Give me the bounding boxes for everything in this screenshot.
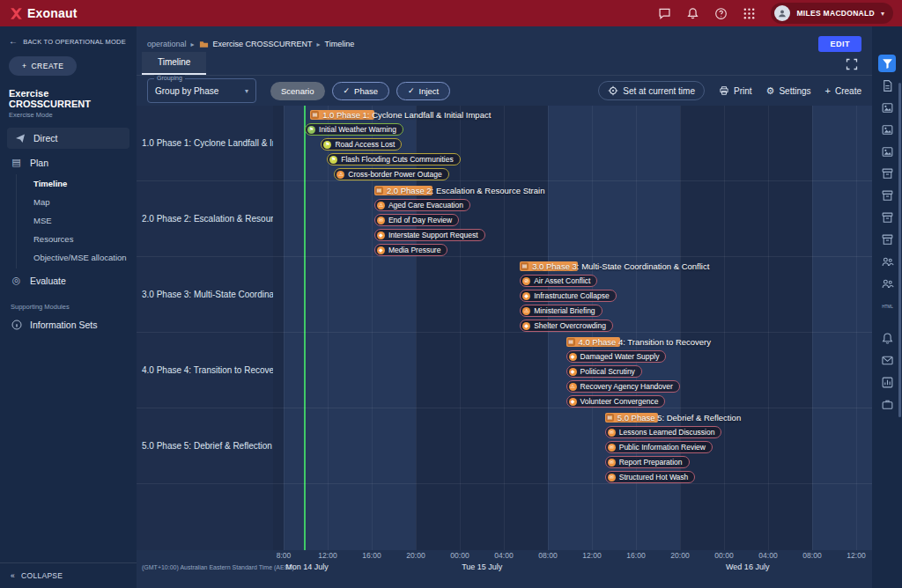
fullscreen-icon[interactable]	[846, 58, 858, 70]
info-icon	[11, 320, 22, 330]
chip-scenario[interactable]: Scenario	[270, 82, 325, 100]
inbox-icon[interactable]	[878, 231, 896, 248]
plan-icon: ▤	[11, 157, 22, 168]
inject-pill[interactable]: ✉End of Day Review	[374, 214, 459, 226]
chip-label: Phase	[354, 86, 378, 96]
axis-tick-label: 08:00	[538, 551, 557, 560]
filter-icon[interactable]	[878, 55, 896, 72]
main-content: operational ▸ Exercise CROSSCURRENT ▸ Ti…	[137, 26, 872, 588]
create-label: CREATE	[31, 62, 63, 70]
inject-label: Lessons Learned Discussion	[619, 428, 715, 437]
inject-pill[interactable]: ◆Political Scrutiny	[566, 365, 642, 378]
inject-label: Initial Weather Warning	[319, 125, 396, 134]
inject-pill[interactable]: ◆Interstate Support Request	[374, 229, 485, 241]
inject-label: End of Day Review	[388, 216, 452, 224]
edit-button[interactable]: EDIT	[818, 36, 861, 52]
inject-pill[interactable]: ◆Damaged Water Supply	[566, 350, 667, 363]
sidebar-item-timeline[interactable]: Timeline	[17, 174, 137, 193]
grouping-select[interactable]: Grouping Group by Phase ▾	[147, 78, 256, 103]
flag-icon: ⚑	[329, 156, 337, 164]
html-icon[interactable]: HTML	[878, 297, 896, 314]
sidebar-item-map[interactable]: Map	[17, 193, 137, 211]
collapse-sidebar-button[interactable]: « COLLAPSE	[0, 562, 137, 588]
inject-label: Recovery Agency Handover	[580, 382, 673, 391]
tab-timeline[interactable]: Timeline	[142, 52, 206, 75]
breadcrumb-exercise[interactable]: Exercise CROSSCURRENT	[213, 40, 313, 48]
back-label: BACK TO OPERATIONAL MODE	[23, 38, 126, 46]
back-arrow-icon: ←	[9, 37, 18, 46]
sidebar-item-resources[interactable]: Resources	[17, 230, 137, 248]
supporting-modules-label: Supporting Modules	[0, 292, 137, 313]
breadcrumb-separator: ▸	[317, 40, 321, 48]
warning-icon: ⚠	[336, 171, 344, 179]
inject-pill[interactable]: ◆Volunteer Convergence	[566, 395, 666, 408]
set-at-current-time-button[interactable]: Set at current time	[598, 81, 705, 100]
inbox-icon[interactable]	[878, 165, 896, 182]
wallpaper-icon[interactable]	[878, 99, 896, 116]
settings-button[interactable]: ⚙ Settings	[766, 86, 811, 96]
inject-label: Air Asset Conflict	[534, 276, 590, 285]
inject-pill[interactable]: ◆Infrastructure Collapse	[520, 290, 617, 302]
inject-pill[interactable]: ✉Structured Hot Wash	[605, 471, 696, 483]
inject-label: Cross-border Power Outage	[348, 170, 441, 179]
inject-pill[interactable]: ⊘Air Asset Conflict	[520, 275, 597, 287]
inject-pill[interactable]: ⚠Aged Care Evacuation	[374, 199, 470, 211]
sidebar-item-label: Evaluate	[30, 276, 66, 286]
sidebar-item-information-sets[interactable]: Information Sets	[0, 313, 137, 336]
inbox-icon[interactable]	[878, 209, 896, 226]
chip-phase[interactable]: ✓Phase	[332, 82, 389, 100]
inject-pill[interactable]: ◆Shelter Overcrowding	[520, 320, 613, 332]
exercise-title: Exercise CROSSCURRENT	[0, 77, 137, 109]
back-to-operational-mode[interactable]: ← BACK TO OPERATIONAL MODE	[0, 26, 137, 48]
groups-icon[interactable]	[878, 275, 896, 292]
create-button[interactable]: + CREATE	[9, 56, 77, 76]
day-axis: (GMT+10:00) Australian Eastern Standard …	[137, 562, 872, 575]
breadcrumb-operational[interactable]: operational	[147, 40, 187, 48]
inject-label: Flash Flooding Cuts Communities	[341, 155, 454, 164]
inject-pill[interactable]: ⚑Initial Weather Warning	[305, 123, 403, 136]
work-icon[interactable]	[878, 395, 896, 413]
create-inject-button[interactable]: + Create	[825, 86, 861, 96]
chat-icon[interactable]	[658, 7, 671, 20]
wallpaper-icon[interactable]	[878, 143, 896, 160]
timeline-group-row: ▤2.0 Phase 2: Escalation & Resource Stra…	[273, 181, 872, 257]
inject-pill[interactable]: ✉Public Information Review	[605, 441, 713, 453]
inject-label: Shelter Overcrowding	[534, 321, 606, 330]
diamond-icon: ◆	[522, 322, 530, 330]
notifications-icon[interactable]	[878, 329, 896, 347]
groups-icon[interactable]	[878, 253, 896, 270]
mail-icon: ✉	[608, 459, 616, 467]
inject-pill[interactable]: ⚠Cross-border Power Outage	[334, 168, 448, 180]
chip-label: Scenario	[281, 86, 314, 96]
sidebar-item-direct[interactable]: Direct	[7, 128, 129, 149]
breadcrumb-timeline: Timeline	[325, 40, 355, 48]
mail-icon: ✉	[377, 217, 385, 224]
poll-icon[interactable]	[878, 373, 896, 391]
inject-pill[interactable]: ⚠Recovery Agency Handover	[566, 380, 680, 393]
warning-icon: ⚠	[522, 307, 530, 315]
bell-icon[interactable]	[686, 7, 699, 20]
inject-pill[interactable]: ✉Report Preparation	[605, 456, 690, 468]
inbox-icon[interactable]	[878, 187, 896, 204]
mail-icon[interactable]	[878, 351, 896, 369]
inject-pill[interactable]: ⚑Road Access Lost	[321, 138, 402, 151]
rail-scrollbar[interactable]	[898, 83, 901, 417]
check-icon: ✓	[344, 86, 351, 95]
inject-pill[interactable]: ⚑Flash Flooding Cuts Communities	[327, 153, 461, 165]
sidebar-item-evaluate[interactable]: ◎ Evaluate	[0, 268, 137, 292]
wallpaper-icon[interactable]	[878, 121, 896, 138]
inject-pill[interactable]: ⚠Ministerial Briefing	[520, 305, 602, 317]
help-icon[interactable]	[714, 7, 728, 20]
user-menu[interactable]: MILES MACDONALD ▾	[771, 3, 893, 24]
inject-pill[interactable]: ✉Lessons Learned Discussion	[605, 426, 722, 438]
apps-grid-icon[interactable]	[743, 7, 756, 20]
day-label: Wed 16 July	[726, 562, 769, 571]
inject-pill[interactable]: ◆Media Pressure	[374, 244, 448, 256]
chip-inject[interactable]: ✓Inject	[396, 82, 450, 100]
sidebar-item-mse[interactable]: MSE	[17, 211, 137, 230]
sidebar-item-plan[interactable]: ▤ Plan	[0, 151, 137, 174]
sidebar-item-objective-mse-allocation[interactable]: Objective/MSE allocation	[17, 248, 137, 267]
exonaut-logo: Exonaut	[9, 6, 78, 21]
print-button[interactable]: Print	[719, 85, 752, 96]
description-icon[interactable]	[878, 77, 896, 94]
